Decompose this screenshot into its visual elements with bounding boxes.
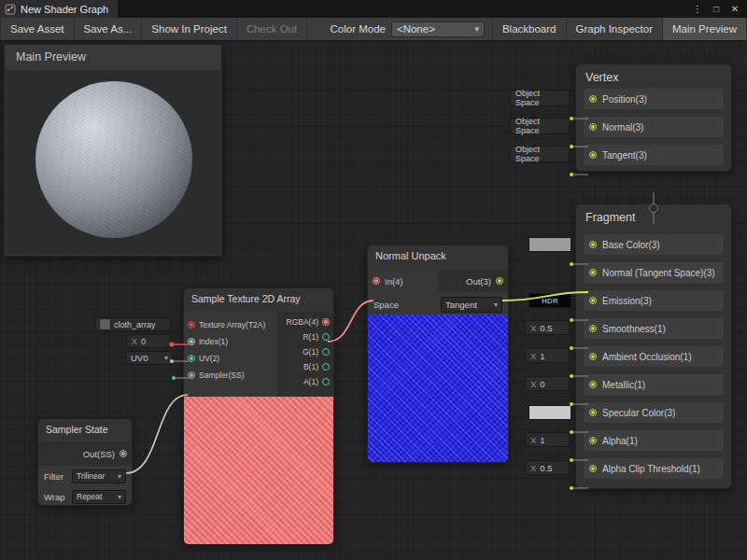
metallic-field[interactable]: X 0 [525, 376, 570, 391]
sampler-port[interactable] [188, 371, 195, 379]
position-port[interactable] [589, 95, 597, 103]
main-preview-panel[interactable]: Main Preview [4, 44, 222, 257]
position-space-dropdown[interactable]: Object Space [510, 90, 570, 106]
fragment-row-base-color[interactable]: Base Color(3) [584, 234, 724, 255]
filter-dropdown[interactable]: Trilinear ▾ [72, 469, 126, 483]
alpha-port[interactable] [589, 437, 597, 444]
output-g[interactable]: G(1) [277, 344, 333, 359]
close-icon[interactable]: ✕ [727, 2, 742, 17]
output-b[interactable]: B(1) [277, 359, 333, 374]
index-field[interactable]: X 0 [126, 334, 171, 348]
input-index[interactable]: Index(1) [184, 333, 277, 350]
specular-color-swatch[interactable] [529, 405, 571, 420]
fragment-row-emission[interactable]: Emission(3) [584, 290, 724, 311]
edge-samplerstate-to-sampler[interactable] [126, 395, 188, 473]
stub-dot [570, 486, 573, 490]
vertex-row-position[interactable]: Position(3) [584, 89, 724, 109]
tangent-port[interactable] [589, 151, 597, 159]
vertex-node[interactable]: Vertex Position(3) Normal(3) Tangent(3) [575, 63, 732, 172]
a-port[interactable] [322, 378, 330, 385]
document-tab[interactable]: New Shader Graph [0, 0, 118, 18]
vertex-row-normal[interactable]: Normal(3) [584, 117, 724, 137]
input-sampler[interactable]: Sampler(SS) [184, 367, 277, 384]
wrap-dropdown[interactable]: Repeat ▾ [72, 490, 126, 504]
index-port[interactable] [188, 338, 195, 345]
sampler-label: Sampler(SS) [199, 371, 245, 380]
unpack-in-row[interactable]: In(4) [368, 270, 438, 292]
main-preview-toggle[interactable]: Main Preview [663, 18, 747, 40]
output-a[interactable]: A(1) [277, 374, 333, 389]
sample-texture-2d-array-node[interactable]: Sample Texture 2D Array Texture Array(T2… [183, 287, 334, 545]
fragment-row-normal-ts[interactable]: Normal (Tangent Space)(3) [584, 262, 724, 283]
stub-dot [570, 173, 573, 176]
graph-canvas[interactable]: Main Preview Vertex Position(3) Normal(3… [0, 41, 747, 560]
x-label: X [132, 337, 137, 346]
unpack-out-port[interactable] [496, 277, 503, 285]
emission-port[interactable] [589, 297, 597, 304]
specular-color-port[interactable] [589, 409, 597, 416]
emission-hdr-field[interactable]: HDR [529, 293, 571, 308]
normal-space-dropdown[interactable]: Object Space [510, 118, 570, 134]
vertex-row-tangent[interactable]: Tangent(3) [584, 145, 724, 165]
save-as-button[interactable]: Save As... [75, 18, 143, 40]
r-port[interactable] [322, 333, 330, 341]
normal-port[interactable] [589, 123, 597, 131]
base-color-swatch[interactable] [529, 237, 571, 252]
b-port[interactable] [322, 363, 330, 371]
graph-inspector-toggle[interactable]: Graph Inspector [567, 18, 663, 40]
input-texture-array[interactable]: Texture Array(T2A) [184, 316, 277, 333]
ambient-occlusion-label: Ambient Occlusion(1) [602, 352, 692, 362]
fragment-row-alpha-clip[interactable]: Alpha Clip Threshold(1) [584, 458, 724, 479]
sampler-state-ports: Out(SS) [38, 441, 132, 466]
color-mode-group: Color Mode <None> ▾ [323, 21, 492, 37]
texture-icon [100, 319, 110, 329]
fragment-row-smoothness[interactable]: Smoothness(1) [584, 318, 724, 339]
blackboard-toggle[interactable]: Blackboard [492, 18, 567, 40]
x-label: X [530, 463, 536, 473]
alpha-clip-port[interactable] [589, 465, 597, 472]
output-r[interactable]: R(1) [277, 329, 333, 344]
smoothness-port[interactable] [589, 325, 597, 332]
output-rgba[interactable]: RGBA(4) [277, 315, 333, 329]
fragment-row-alpha[interactable]: Alpha(1) [584, 430, 724, 451]
texture-array-port[interactable] [188, 321, 195, 329]
smoothness-label: Smoothness(1) [602, 324, 666, 334]
ambient-occlusion-port[interactable] [589, 353, 597, 360]
input-uv[interactable]: UV(2) [184, 350, 277, 367]
save-asset-button[interactable]: Save Asset [0, 18, 75, 40]
maximize-icon[interactable]: □ [709, 2, 724, 17]
alpha-clip-field[interactable]: X 0.5 [525, 460, 570, 475]
smoothness-field[interactable]: X 0.5 [525, 320, 570, 335]
unpack-out-row[interactable]: Out(3) [438, 270, 508, 292]
alpha-field[interactable]: X 1 [525, 432, 570, 447]
normal-unpack-node[interactable]: Normal Unpack In(4) Out(3) Space Tangent… [367, 245, 509, 463]
alpha-value: 1 [540, 435, 544, 445]
uv-channel-dropdown[interactable]: UV0 ▾ [126, 351, 173, 365]
texture-array-field[interactable]: cloth_array [94, 317, 171, 331]
fragment-node[interactable]: Fragment Base Color(3) Normal (Tangent S… [575, 203, 732, 489]
rgba-label: RGBA(4) [287, 317, 318, 327]
g-port[interactable] [322, 348, 330, 356]
unpack-in-port[interactable] [373, 277, 380, 285]
chevron-down-icon: ▾ [118, 493, 121, 501]
window-title: New Shader Graph [21, 4, 108, 15]
fragment-row-specular-color[interactable]: Specular Color(3) [584, 402, 724, 423]
show-in-project-button[interactable]: Show In Project [142, 18, 237, 40]
color-mode-dropdown[interactable]: <None> ▾ [391, 21, 485, 37]
uv-port[interactable] [188, 355, 195, 362]
index-value: 0 [141, 337, 146, 346]
fragment-row-metallic[interactable]: Metallic(1) [584, 374, 724, 395]
sampler-out-row[interactable]: Out(SS) [57, 441, 132, 466]
normal-ts-port[interactable] [589, 269, 597, 276]
sampler-state-node[interactable]: Sampler State Out(SS) Filter Trilinear ▾… [37, 418, 133, 506]
space-dropdown[interactable]: Tangent ▾ [441, 297, 502, 313]
ambient-occlusion-field[interactable]: X 1 [525, 348, 570, 363]
menu-icon[interactable]: ⋮ [690, 2, 705, 17]
sampler-out-port[interactable] [120, 450, 127, 457]
tangent-label: Tangent(3) [602, 150, 647, 161]
base-color-port[interactable] [589, 241, 597, 248]
tangent-space-dropdown[interactable]: Object Space [510, 146, 570, 162]
rgba-port[interactable] [322, 318, 330, 326]
fragment-row-ambient-occlusion[interactable]: Ambient Occlusion(1) [584, 346, 724, 367]
metallic-port[interactable] [589, 381, 597, 388]
